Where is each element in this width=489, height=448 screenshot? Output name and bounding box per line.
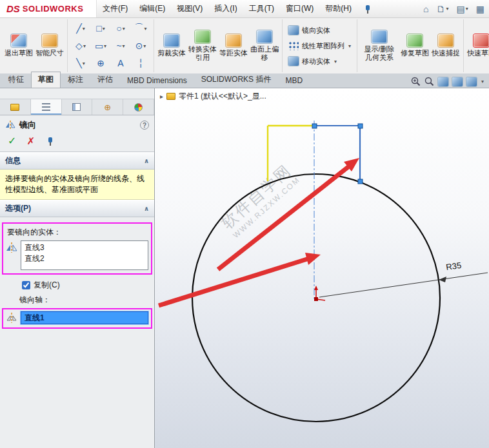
info-section-header[interactable]: 信息 ∧ [0,152,154,170]
linear-sketch-pattern-button[interactable]: 线性草图阵列 ▾ [284,39,355,53]
tab-annotation[interactable]: 标注 [61,72,90,88]
ellipse-tool-button[interactable]: ⊙▾ [131,37,150,54]
tab-evaluate[interactable]: 评估 [90,72,120,88]
dimension-line[interactable] [319,273,488,297]
keep-visible-pin-icon[interactable] [45,137,54,146]
ok-button[interactable]: ✓ [8,135,16,147]
radius-dimension-label[interactable]: R35 [445,260,462,272]
graphics-area[interactable]: ▸ 零件1 (默认<<默认>_显... 软件自学网 WWW.RJZXW.COM [155,88,489,448]
dropdown-arrow-icon[interactable]: ▾ [334,59,337,64]
dropdown-arrow-icon[interactable]: ▾ [83,61,85,66]
rectangle-tool-button[interactable]: □▾ [91,20,110,37]
options-section-header[interactable]: 选项(P) ∧ [0,200,154,217]
dropdown-arrow-icon[interactable]: ▾ [348,43,351,49]
dropdown-arrow-icon[interactable]: ▾ [83,43,86,49]
view-orientation-button[interactable] [466,77,477,86]
printer-icon: ▦ [476,4,484,14]
print-button[interactable]: ▦ [473,2,488,16]
zoom-to-area-button[interactable] [424,77,434,86]
property-manager-tab[interactable] [31,99,62,115]
view-settings-button[interactable] [452,77,463,86]
selection-handle[interactable] [358,124,363,128]
menu-window[interactable]: 窗口(W) [280,0,319,17]
quick-snaps-button[interactable]: 快速捕捉 [430,31,461,61]
property-manager-header: 镜向 ? [0,115,154,133]
collapse-chevron-icon[interactable]: ∧ [144,205,149,212]
menu-insert[interactable]: 插入(I) [208,0,243,17]
trim-entities-button[interactable]: 剪裁实体 [156,31,187,61]
view-toolbar-dropdown-icon[interactable]: ▾ [481,79,484,84]
tab-features[interactable]: 特征 [1,72,31,88]
display-delete-relations-button[interactable]: 显示/删除几何关系 [359,27,399,64]
home-button[interactable]: ⌂ [420,2,432,16]
menu-tools[interactable]: 工具(T) [243,0,280,17]
tab-sketch[interactable]: 草图 [31,72,61,88]
selection-handle[interactable] [358,179,363,184]
surface-offset-label: 曲面上偏移 [250,45,279,61]
section-view-button[interactable] [438,77,448,86]
dropdown-arrow-icon[interactable]: ▾ [144,26,146,32]
dropdown-arrow-icon[interactable]: ▾ [446,6,449,12]
circle-tool-button[interactable]: ○▾ [111,20,130,37]
menu-file[interactable]: 文件(F) [97,0,134,17]
point-tool-button[interactable]: ⊕ [91,55,110,72]
breadcrumb[interactable]: ▸ 零件1 (默认<<默认>_显... [160,91,266,102]
ribbon-group-entities: ╱▾ □▾ ○▾ ⌒▾ ◇▾ ▭▾ ~▾ ⊙▾ ╲▾ ⊕ A ╎ [68,19,154,72]
dropdown-arrow-icon[interactable]: ▾ [143,43,146,49]
centerline-tool-button[interactable]: ╎ [131,55,150,72]
zoom-to-fit-button[interactable] [411,77,421,86]
dropdown-arrow-icon[interactable]: ▾ [83,26,85,32]
menu-pin-icon[interactable] [363,5,372,14]
display-manager-tab[interactable] [123,99,154,115]
home-icon: ⌂ [423,4,428,14]
arc-tool-button[interactable]: ⌒▾ [131,20,150,37]
open-document-button[interactable]: ▤▾ [454,2,472,16]
surface-offset-button[interactable]: 曲面上偏移 [249,27,280,64]
manager-pane-tabs: ⊕ [0,99,154,115]
configuration-manager-tab[interactable] [62,99,93,115]
dropdown-arrow-icon[interactable]: ▾ [123,26,125,32]
dropdown-arrow-icon[interactable]: ▾ [103,26,105,32]
entities-to-mirror-listbox[interactable]: 直线3 直线2 [21,240,148,270]
mirror-entities-button[interactable]: 镜向实体 [284,24,355,37]
spline-tool-button[interactable]: ~▾ [111,37,130,54]
command-manager-tabs: 特征 草图 标注 评估 MBD Dimensions SOLIDWORKS 插件… [0,73,489,88]
repair-sketch-button[interactable]: 修复草图 [399,31,430,61]
rapid-sketch-button[interactable]: 快速草图 [466,31,489,61]
feature-manager-tab[interactable] [0,99,31,115]
origin-point[interactable] [314,297,318,301]
smart-dimension-button[interactable]: 智能尺寸 [34,31,65,61]
sketch-canvas[interactable]: R35 [155,88,488,448]
fillet-tool-button[interactable]: ╲▾ [71,55,90,72]
menu-view[interactable]: 视图(V) [171,0,208,17]
text-tool-button[interactable]: A [111,55,130,72]
selection-handle[interactable] [312,124,317,128]
dimxpert-manager-tab[interactable]: ⊕ [92,99,123,115]
line-tool-button[interactable]: ╱▾ [71,20,90,37]
menu-help[interactable]: 帮助(H) [319,0,357,17]
tab-mbd[interactable]: MBD [278,73,310,88]
mirror-axis-field[interactable]: 直线1 [21,311,148,324]
help-icon[interactable]: ? [140,121,149,130]
tab-solidworks-addins[interactable]: SOLIDWORKS 插件 [194,72,279,88]
polygon-tool-button[interactable]: ◇▾ [71,37,90,54]
move-entities-button[interactable]: 移动实体 ▾ [284,55,355,68]
copy-checkbox[interactable] [22,281,30,289]
dropdown-arrow-icon[interactable]: ▾ [466,6,468,12]
offset-entities-button[interactable]: 等距实体 [218,31,249,61]
cancel-button[interactable]: ✗ [26,135,35,147]
collapse-chevron-icon[interactable]: ∧ [144,157,149,164]
breadcrumb-arrow-icon[interactable]: ▸ [160,93,163,100]
tab-mbd-dimensions[interactable]: MBD Dimensions [120,73,194,88]
dropdown-arrow-icon[interactable]: ▾ [123,43,125,49]
dropdown-arrow-icon[interactable]: ▾ [104,43,106,49]
list-item[interactable]: 直线3 [25,242,145,253]
info-message: 选择要镜向的实体及镜向所绕的线条、线性模型边线、基准面或平面 [0,170,154,200]
new-document-button[interactable]: 🗋▾ [434,2,452,16]
trim-entities-label: 剪裁实体 [157,49,186,57]
slot-tool-button[interactable]: ▭▾ [91,37,110,54]
exit-sketch-button[interactable]: 退出草图 [3,31,34,61]
list-item[interactable]: 直线2 [25,253,145,264]
convert-entities-button[interactable]: 转换实体引用 [187,27,218,64]
menu-edit[interactable]: 编辑(E) [134,0,171,17]
